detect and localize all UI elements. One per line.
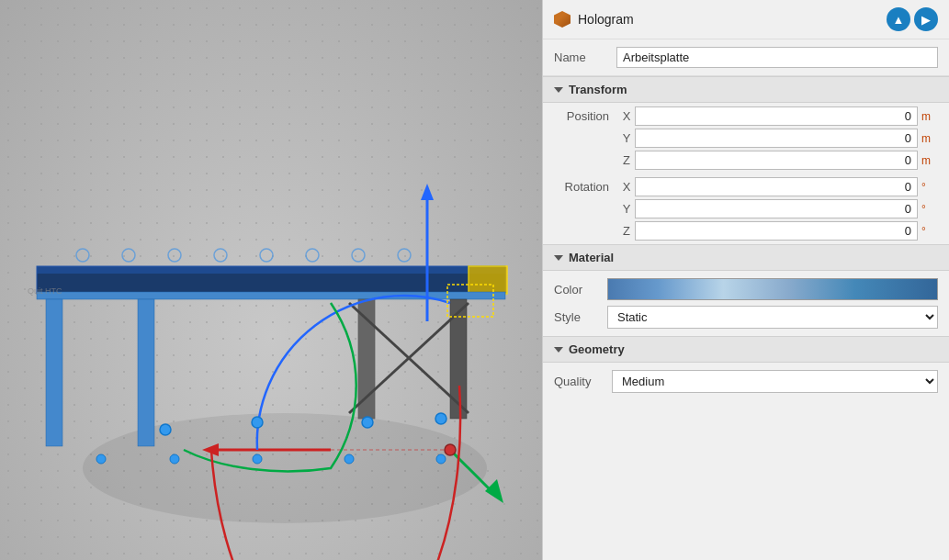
svg-text:Quit HTC: Quit HTC — [28, 286, 62, 296]
transform-rotation-group: Rotation X ° Y ° Z ° — [543, 174, 949, 244]
rot-y-input[interactable] — [635, 199, 918, 218]
material-label: Material — [569, 251, 614, 264]
properties-panel: Hologram ▲ ▶ Name Transform Position X m — [542, 0, 949, 560]
geometry-collapse-icon — [554, 347, 563, 353]
nav-up-button[interactable]: ▲ — [887, 7, 910, 31]
svg-point-23 — [436, 454, 446, 464]
panel-title: Hologram — [578, 12, 634, 27]
svg-point-12 — [76, 249, 89, 262]
material-section: Material Color Style Static Animated Tra… — [543, 244, 949, 336]
rot-x-axis-label: X — [618, 180, 635, 194]
svg-point-13 — [122, 249, 135, 262]
pos-z-input[interactable] — [635, 151, 918, 170]
quality-row: Quality Low Medium High Ultra — [554, 370, 938, 393]
svg-point-34 — [160, 424, 171, 435]
panel-nav-buttons: ▲ ▶ — [887, 7, 938, 31]
material-collapse-icon — [554, 255, 563, 261]
rot-z-unit: ° — [918, 225, 938, 238]
position-x-row: Position X m — [554, 106, 938, 126]
name-row: Name — [543, 39, 949, 76]
svg-rect-3 — [469, 266, 507, 294]
transform-section: Transform Position X m Y m Z m — [543, 76, 949, 244]
color-label: Color — [554, 283, 600, 297]
rot-y-unit: ° — [918, 203, 938, 216]
svg-point-16 — [260, 249, 273, 262]
svg-point-36 — [362, 417, 373, 428]
rotation-label: Rotation — [554, 180, 618, 194]
rotation-z-row: Z ° — [554, 221, 938, 241]
svg-rect-6 — [138, 299, 154, 446]
svg-point-14 — [168, 249, 181, 262]
svg-point-21 — [253, 454, 262, 464]
scene-svg: Quit HTC — [0, 0, 542, 560]
geometry-label: Geometry — [569, 342, 625, 356]
style-row: Style Static Animated Transparent Wirefr… — [554, 306, 938, 329]
geometry-grid: Quality Low Medium High Ultra — [543, 363, 949, 400]
geometry-header[interactable]: Geometry — [543, 336, 949, 363]
nav-next-button[interactable]: ▶ — [914, 7, 938, 31]
style-select[interactable]: Static Animated Transparent Wireframe — [607, 306, 938, 329]
geometry-section: Geometry Quality Low Medium High Ultra — [543, 336, 949, 400]
color-row: Color — [554, 278, 938, 300]
pos-z-axis-label: Z — [618, 153, 635, 167]
svg-point-20 — [170, 454, 179, 464]
svg-point-17 — [306, 249, 319, 262]
panel-header: Hologram ▲ ▶ — [543, 0, 949, 39]
hologram-icon — [554, 11, 571, 28]
transform-label: Transform — [569, 83, 627, 96]
svg-point-19 — [398, 249, 411, 262]
svg-point-22 — [345, 454, 354, 464]
rot-z-input[interactable] — [635, 221, 918, 241]
rotation-y-row: Y ° — [554, 199, 938, 218]
style-label: Style — [554, 310, 600, 324]
position-y-row: Y m — [554, 129, 938, 148]
transform-position-group: Position X m Y m Z m — [543, 103, 949, 174]
rot-y-axis-label: Y — [618, 202, 635, 216]
svg-marker-26 — [421, 184, 434, 200]
quality-label: Quality — [554, 375, 604, 388]
pos-x-axis-label: X — [618, 109, 635, 123]
rot-x-input[interactable] — [635, 177, 918, 196]
svg-marker-31 — [485, 479, 503, 503]
material-header[interactable]: Material — [543, 244, 949, 271]
pos-x-input[interactable] — [635, 106, 918, 126]
pos-y-input[interactable] — [635, 129, 918, 148]
pos-y-unit: m — [918, 132, 938, 145]
name-input[interactable] — [616, 47, 938, 68]
rotation-x-row: Rotation X ° — [554, 177, 938, 196]
pos-y-axis-label: Y — [618, 131, 635, 145]
transform-header[interactable]: Transform — [543, 76, 949, 103]
viewport-3d[interactable]: Quit HTC — [0, 0, 542, 560]
color-swatch[interactable] — [607, 278, 938, 300]
svg-point-18 — [352, 249, 365, 262]
svg-rect-5 — [46, 299, 62, 446]
transform-collapse-icon — [554, 87, 563, 93]
pos-z-unit: m — [918, 154, 938, 167]
svg-point-37 — [435, 413, 446, 424]
rot-z-axis-label: Z — [618, 224, 635, 238]
svg-point-35 — [252, 417, 263, 428]
name-label: Name — [554, 50, 609, 64]
svg-point-24 — [96, 454, 106, 464]
panel-header-left: Hologram — [554, 11, 634, 28]
position-label: Position — [554, 109, 618, 123]
position-z-row: Z m — [554, 151, 938, 170]
svg-point-32 — [445, 444, 456, 455]
quality-select[interactable]: Low Medium High Ultra — [612, 370, 938, 393]
svg-rect-2 — [37, 266, 505, 274]
svg-point-15 — [214, 249, 227, 262]
material-grid: Color Style Static Animated Transparent … — [543, 271, 949, 336]
pos-x-unit: m — [918, 110, 938, 123]
rot-x-unit: ° — [918, 181, 938, 194]
